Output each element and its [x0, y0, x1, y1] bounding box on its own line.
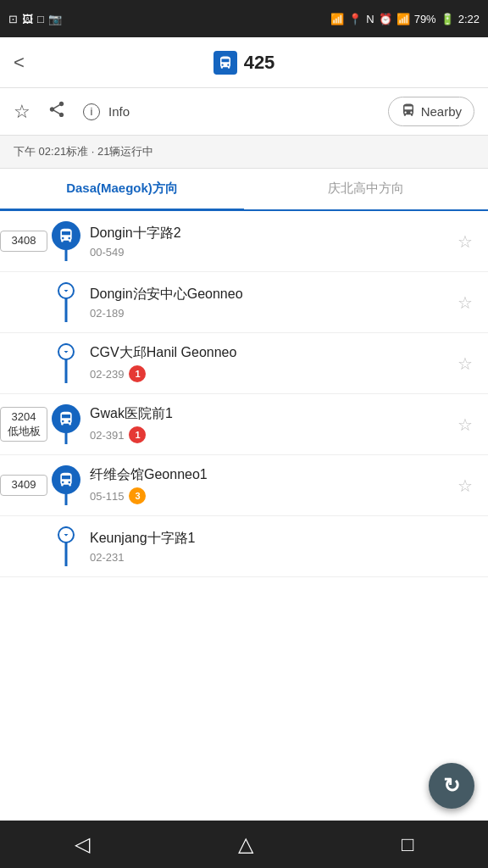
- direction-tabs: Dasa(Maegok)方向 庆北高中方向: [0, 169, 488, 211]
- route-title: 425: [214, 51, 275, 75]
- favorite-star-button[interactable]: ☆: [451, 469, 480, 503]
- stop-code-row: 00-549: [90, 246, 451, 259]
- share-button[interactable]: [47, 100, 66, 123]
- stop-name: Dongin治安中心Geonneo: [90, 286, 451, 303]
- nav-home-button[interactable]: △: [238, 832, 253, 856]
- info-bar: 下午 02:21标准 · 21辆运行中: [0, 136, 488, 169]
- location-icon: 📍: [348, 13, 362, 25]
- timeline-col: [51, 526, 81, 566]
- stop-row: Keunjang十字路102-231: [0, 516, 488, 577]
- route-number: 425: [244, 52, 275, 74]
- app-icon-4: 📷: [48, 13, 62, 25]
- bus-number-label: 3409: [0, 475, 47, 496]
- stop-info[interactable]: Gwak医院前102-3911: [81, 405, 451, 443]
- stop-row: 3408Dongin十字路200-549☆: [0, 211, 488, 272]
- wifi-icon: 📶: [330, 13, 344, 25]
- stop-chevron-dot: [58, 282, 75, 299]
- stop-chevron-dot: [58, 343, 75, 360]
- stop-info[interactable]: Dongin治安中心Geonneo02-189: [81, 286, 451, 320]
- header: < 425: [0, 37, 488, 88]
- stop-info[interactable]: Keunjang十字路102-231: [81, 530, 480, 564]
- stop-code-row: 02-189: [90, 307, 451, 320]
- stop-row: CGV大邱Hanil Geonneo02-2391☆: [0, 333, 488, 394]
- favorite-star-button[interactable]: ☆: [451, 408, 480, 442]
- stop-code-row: 02-231: [90, 551, 480, 564]
- stop-name: Dongin十字路2: [90, 225, 451, 242]
- favorite-star-button[interactable]: ☆: [451, 286, 480, 320]
- content-area: < 425 ☆ i Info Nearby: [0, 37, 488, 821]
- stop-row: 3204 低地板Gwak医院前102-3911☆: [0, 394, 488, 455]
- nav-recents-button[interactable]: □: [402, 832, 414, 856]
- stop-code-row: 05-1153: [90, 487, 451, 504]
- timeline-col: [51, 343, 81, 383]
- clock: 2:22: [458, 13, 480, 25]
- stop-name: CGV大邱Hanil Geonneo: [90, 344, 451, 362]
- bus-stop-icon: [52, 465, 80, 494]
- route-badge: 1: [129, 426, 146, 443]
- bus-number-label: 3408: [0, 231, 47, 252]
- bus-stop-icon: [52, 404, 80, 433]
- stop-row: Dongin治安中心Geonneo02-189☆: [0, 272, 488, 333]
- stop-row: 3409纤维会馆Geonneo105-1153☆: [0, 455, 488, 516]
- stop-name: 纤维会馆Geonneo1: [90, 466, 451, 484]
- battery-percent: 79%: [414, 13, 436, 25]
- stop-code-row: 02-3911: [90, 426, 451, 443]
- tab-gyeongbuk[interactable]: 庆北高中方向: [244, 169, 488, 211]
- tab-dasa[interactable]: Dasa(Maegok)方向: [0, 169, 244, 211]
- info-text: 下午 02:21标准 · 21辆运行中: [14, 145, 153, 158]
- nav-bar: ◁ △ □: [0, 821, 488, 868]
- status-left-icons: ⊡ 🖼 □ 📷: [8, 13, 62, 25]
- nearby-bus-icon: [401, 103, 416, 120]
- app-icon-1: ⊡: [8, 13, 18, 25]
- battery-icon: 🔋: [441, 13, 454, 25]
- status-right-icons: 📶 📍 N ⏰ 📶 79% 🔋 2:22: [330, 13, 480, 25]
- nav-back-button[interactable]: ◁: [75, 832, 90, 856]
- stop-code: 02-239: [90, 368, 124, 381]
- stop-info[interactable]: CGV大邱Hanil Geonneo02-2391: [81, 344, 451, 382]
- app-icon-3: □: [37, 13, 44, 25]
- nearby-label: Nearby: [421, 104, 462, 119]
- favorite-star-button[interactable]: ☆: [451, 347, 480, 381]
- stop-code: 02-189: [90, 307, 124, 320]
- app-icon-2: 🖼: [22, 13, 33, 25]
- stop-code-row: 02-2391: [90, 365, 451, 382]
- bus-stop-icon: [52, 221, 80, 250]
- signal-icon: 📶: [396, 13, 410, 25]
- back-button[interactable]: <: [14, 52, 25, 74]
- favorite-star-button[interactable]: ☆: [451, 225, 480, 259]
- info-button[interactable]: i Info: [83, 103, 130, 120]
- timeline-col: [51, 465, 81, 505]
- nfc-icon: N: [366, 13, 374, 25]
- star-icon: ☆: [14, 101, 30, 123]
- stop-info[interactable]: Dongin十字路200-549: [81, 225, 451, 259]
- refresh-icon: ↻: [443, 774, 460, 798]
- stop-info[interactable]: 纤维会馆Geonneo105-1153: [81, 466, 451, 504]
- status-bar: ⊡ 🖼 □ 📷 📶 📍 N ⏰ 📶 79% 🔋 2:22: [0, 0, 488, 37]
- stop-name: Gwak医院前1: [90, 405, 451, 423]
- favorite-button[interactable]: ☆: [14, 101, 30, 123]
- info-icon: i: [83, 103, 100, 120]
- timeline-col: [51, 404, 81, 444]
- alarm-icon: ⏰: [379, 13, 392, 25]
- action-bar: ☆ i Info Nearby: [0, 88, 488, 136]
- timeline-col: [51, 221, 81, 261]
- share-icon: [47, 100, 66, 123]
- nearby-button[interactable]: Nearby: [388, 97, 474, 126]
- stop-name: Keunjang十字路1: [90, 530, 480, 548]
- stop-code: 05-115: [90, 490, 124, 503]
- bus-icon-header: [214, 51, 237, 75]
- stop-code: 02-231: [90, 551, 124, 564]
- stop-code: 00-549: [90, 246, 124, 259]
- stop-chevron-dot: [58, 526, 75, 543]
- stop-code: 02-391: [90, 429, 124, 442]
- refresh-fab[interactable]: ↻: [429, 763, 474, 809]
- info-label: Info: [108, 104, 130, 119]
- timeline-col: [51, 282, 81, 322]
- bus-number-label: 3204 低地板: [0, 407, 47, 442]
- stop-list: 3408Dongin十字路200-549☆Dongin治安中心Geonneo02…: [0, 211, 488, 821]
- route-badge: 3: [129, 487, 146, 504]
- route-badge: 1: [129, 365, 146, 382]
